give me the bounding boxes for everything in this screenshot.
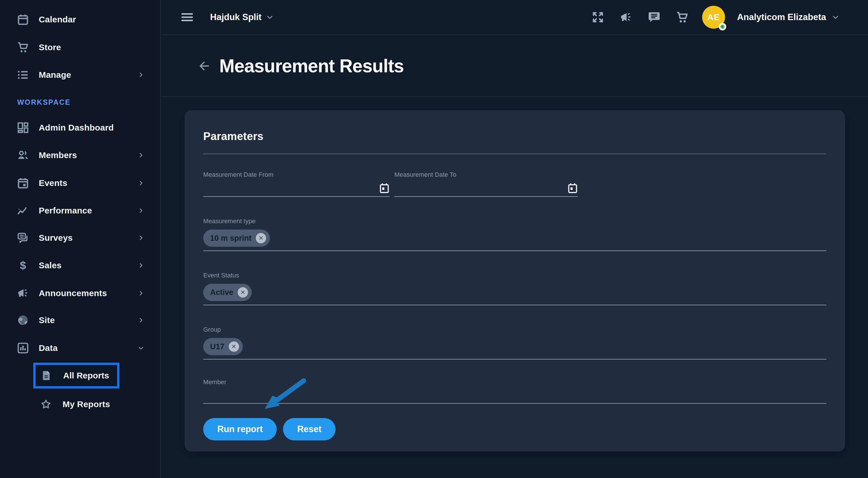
back-arrow-icon[interactable] <box>198 59 211 72</box>
chip-zone: Active ✕ <box>203 284 826 301</box>
avatar-initials: AE <box>707 12 720 22</box>
sidebar-item-label: Sales <box>39 260 61 270</box>
hamburger-menu-icon[interactable] <box>181 12 193 22</box>
sidebar-item-label: Calendar <box>39 14 76 24</box>
field-label: Member <box>203 378 226 386</box>
topbar: Hajduk Split <box>161 0 868 35</box>
sidebar-item-label: Events <box>39 178 67 188</box>
sidebar-item-label: Site <box>39 315 55 325</box>
event-status-field[interactable]: Event Status Active ✕ <box>203 272 826 305</box>
trending-chart-icon <box>17 204 29 217</box>
event-status-chip: Active ✕ <box>203 284 252 301</box>
field-label: Measurement type <box>203 218 255 225</box>
sidebar-item-manage[interactable]: Manage <box>0 61 161 89</box>
chip-label: U17 <box>210 342 224 351</box>
sidebar-item-label: Performance <box>39 206 92 216</box>
sidebar-item-label: Data <box>39 343 58 353</box>
sidebar-item-all-reports-highlighted[interactable]: All Reports <box>33 363 119 388</box>
sidebar-item-label: Members <box>39 150 77 160</box>
sidebar-item-members[interactable]: Members <box>0 141 161 169</box>
remove-chip-icon[interactable]: ✕ <box>229 342 239 352</box>
chevron-right-icon <box>138 290 144 296</box>
star-icon <box>40 399 52 410</box>
shopping-cart-icon[interactable] <box>676 11 689 24</box>
fullscreen-icon[interactable] <box>591 11 604 24</box>
sidebar-item-admin-dashboard[interactable]: Admin Dashboard <box>0 114 161 141</box>
chat-message-icon[interactable] <box>648 11 661 24</box>
bar-chart-icon <box>17 342 29 354</box>
group-field[interactable]: Group U17 ✕ <box>203 326 826 359</box>
sidebar-item-label: Surveys <box>39 233 73 243</box>
member-input[interactable] <box>203 386 826 403</box>
forum-icon <box>17 231 29 244</box>
chevron-down-icon <box>832 13 839 21</box>
sidebar-item-calendar[interactable]: Calendar <box>0 5 161 33</box>
sidebar-item-label: My Reports <box>63 400 110 409</box>
dollar-icon: $ <box>17 259 29 272</box>
calendar-icon <box>17 13 29 26</box>
sidebar-item-announcements[interactable]: Announcements <box>0 279 161 307</box>
sidebar-item-label: Store <box>39 42 61 52</box>
list-icon <box>17 69 29 81</box>
remove-chip-icon[interactable]: ✕ <box>238 287 248 297</box>
chevron-right-icon <box>138 262 144 268</box>
measurement-date-from-field[interactable]: Measurement Date From <box>203 171 390 197</box>
sidebar: Calendar Store Manage WORKSPACE Admin Da <box>0 0 161 478</box>
date-to-input[interactable] <box>394 180 578 197</box>
chevron-down-icon <box>266 13 274 21</box>
sidebar-item-label: Manage <box>39 70 71 80</box>
calendar-picker-icon[interactable] <box>567 183 578 194</box>
field-label: Measurement Date From <box>203 171 390 179</box>
run-report-button[interactable]: Run report <box>203 418 277 440</box>
sidebar-item-label: Announcements <box>39 288 107 298</box>
card-divider <box>203 154 826 154</box>
sidebar-item-label: Admin Dashboard <box>39 123 114 133</box>
field-label: Group <box>203 326 221 333</box>
user-menu[interactable]: Analyticom Elizabeta <box>737 12 839 22</box>
dashboard-icon <box>17 121 29 134</box>
reset-button[interactable]: Reset <box>283 418 335 440</box>
remove-chip-icon[interactable]: ✕ <box>256 233 266 243</box>
chevron-right-icon <box>138 152 144 158</box>
parameters-card: Parameters Measurement Date From Measure… <box>185 110 845 452</box>
field-label: Measurement Date To <box>394 171 578 179</box>
member-field[interactable]: Member <box>203 378 826 404</box>
field-label: Event Status <box>203 272 239 279</box>
globe-icon <box>17 314 29 326</box>
svg-text:$: $ <box>20 259 26 272</box>
sidebar-item-label: All Reports <box>63 371 109 380</box>
avatar[interactable]: AE <box>702 6 725 29</box>
document-icon <box>41 370 52 381</box>
sidebar-item-store[interactable]: Store <box>0 33 161 61</box>
chip-label: 10 m sprint <box>210 234 251 243</box>
chevron-right-icon <box>138 72 144 78</box>
date-range-row: Measurement Date From Measurement Date T… <box>203 171 578 197</box>
megaphone-icon[interactable] <box>619 11 632 24</box>
sidebar-item-sales[interactable]: $ Sales <box>0 251 161 279</box>
main-content: Measurement Results Parameters Measureme… <box>161 36 868 478</box>
chip-label: Active <box>210 288 234 297</box>
measurement-type-chip: 10 m sprint ✕ <box>203 229 270 247</box>
page-title: Measurement Results <box>219 55 404 76</box>
chevron-down-icon <box>138 345 144 351</box>
chip-zone: 10 m sprint ✕ <box>203 229 826 247</box>
date-from-input[interactable] <box>203 180 390 197</box>
chip-zone: U17 ✕ <box>203 338 826 355</box>
online-status-dot <box>719 23 726 30</box>
sidebar-item-surveys[interactable]: Surveys <box>0 224 161 252</box>
team-name: Hajduk Split <box>210 12 261 22</box>
sidebar-item-data[interactable]: Data <box>0 334 161 362</box>
measurement-date-to-field[interactable]: Measurement Date To <box>390 171 578 197</box>
sidebar-item-performance[interactable]: Performance <box>0 196 161 224</box>
topbar-actions: AE Analyticom Elizabeta <box>577 6 839 29</box>
workspace-section-label: WORKSPACE <box>17 98 71 106</box>
chevron-right-icon <box>138 180 144 186</box>
sidebar-item-site[interactable]: Site <box>0 306 161 334</box>
sidebar-item-my-reports[interactable]: My Reports <box>0 390 161 418</box>
calendar-event-icon <box>17 177 29 189</box>
measurement-type-field[interactable]: Measurement type 10 m sprint ✕ <box>203 218 826 251</box>
calendar-picker-icon[interactable] <box>379 183 390 194</box>
chevron-right-icon <box>138 235 144 241</box>
team-selector[interactable]: Hajduk Split <box>210 12 274 22</box>
sidebar-item-events[interactable]: Events <box>0 169 161 197</box>
